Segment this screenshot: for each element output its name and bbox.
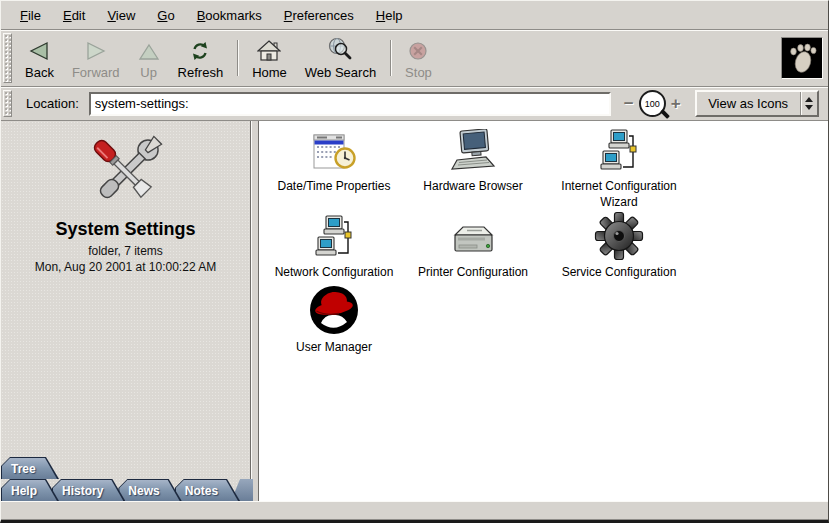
item-label: Printer Configuration [418,265,528,281]
location-bar-grip-handle[interactable] [3,90,12,117]
back-label: Back [25,65,54,80]
status-bar [1,501,828,520]
redhat-icon [308,284,360,336]
sidebar-folder-title: System Settings [1,219,250,240]
item-service-configuration[interactable]: Service Configuration [544,209,694,281]
sidebar-header: System Settings folder, 7 items Mon, Aug… [1,121,250,274]
content-area: System Settings folder, 7 items Mon, Aug… [1,121,828,501]
location-label: Location: [26,96,79,111]
stop-button: Stop [396,32,441,85]
up-label: Up [140,65,157,80]
tab-tree[interactable]: Tree [1,457,59,479]
item-printer-configuration[interactable]: Printer Configuration [398,209,548,281]
item-label: User Manager [296,340,372,356]
up-button: Up [129,32,169,85]
toolbar-grip-handle[interactable] [3,33,12,83]
menu-preferences[interactable]: Preferences [273,5,365,26]
view-mode-value: View as Icons [697,92,800,115]
dropdown-spinner-icon [800,92,817,115]
item-user-manager[interactable]: User Manager [259,284,409,356]
calendar-clock-icon [311,123,357,175]
forward-icon [85,36,107,61]
back-button[interactable]: Back [16,32,63,85]
item-date-time-properties[interactable]: Date/Time Properties [259,123,409,195]
tab-notes[interactable]: Notes [175,479,240,501]
forward-button: Forward [63,32,129,85]
file-manager-window: File Edit View Go Bookmarks Preferences … [0,0,829,523]
tab-history[interactable]: History [52,479,125,501]
toolbar: Back Forward Up Refresh [1,30,828,87]
location-bar: Location: − 100 + View as Icons [1,87,828,121]
tab-news[interactable]: News [118,479,181,501]
menu-go[interactable]: Go [146,5,185,26]
tab-notes-label: Notes [176,480,238,501]
home-label: Home [252,65,287,80]
zoom-out-button[interactable]: − [619,95,639,112]
refresh-label: Refresh [178,65,224,80]
tab-help-label: Help [2,480,57,501]
web-search-button[interactable]: Web Search [296,32,385,85]
gear-icon [594,209,644,261]
tools-icon [80,129,172,215]
toolbar-separator [237,40,238,76]
up-icon [138,36,160,61]
home-button[interactable]: Home [243,32,296,85]
item-label: Hardware Browser [423,179,522,195]
refresh-icon [190,36,210,61]
home-icon [257,36,281,61]
sidebar-tabs-row-bottom: Help History News Notes [1,479,250,501]
gnome-foot-icon [782,38,822,78]
sidebar-folder-modified: Mon, Aug 20 2001 at 10:00:22 AM [1,260,250,274]
network-computers-icon [314,209,354,261]
sidebar-tabs: Tree Help History News Notes [1,457,250,501]
menu-bar: File Edit View Go Bookmarks Preferences … [1,1,828,30]
item-label: Network Configuration [275,265,394,281]
icon-view: Date/Time Properties Hardwa [259,121,828,501]
tab-history-label: History [53,480,123,501]
stop-icon [408,36,428,61]
refresh-button[interactable]: Refresh [169,32,233,85]
toolbar-separator [390,40,391,76]
tab-news-label: News [119,480,179,501]
menu-help[interactable]: Help [365,5,414,26]
network-computers-icon [599,123,639,175]
sidebar: System Settings folder, 7 items Mon, Aug… [1,121,251,501]
item-label: Internet Configuration Wizard [544,179,694,210]
item-internet-configuration-wizard[interactable]: Internet Configuration Wizard [544,123,694,210]
down-arrow-icon [805,105,813,110]
zoom-level-value: 100 [645,99,660,109]
zoom-level-indicator[interactable]: 100 [639,90,666,117]
back-icon [28,36,50,61]
menu-edit[interactable]: Edit [52,5,96,26]
menu-bookmarks[interactable]: Bookmarks [186,5,273,26]
printer-icon [449,209,497,261]
menu-file[interactable]: File [9,5,52,26]
stop-label: Stop [405,65,432,80]
menu-view[interactable]: View [96,5,146,26]
view-mode-dropdown[interactable]: View as Icons [695,90,819,117]
zoom-in-button[interactable]: + [666,95,686,112]
sidebar-divider[interactable] [251,121,259,501]
item-network-configuration[interactable]: Network Configuration [259,209,409,281]
web-search-label: Web Search [305,65,376,80]
location-input[interactable] [89,92,611,116]
sidebar-tabs-row-top: Tree [1,457,250,479]
item-label: Date/Time Properties [278,179,391,195]
item-label: Service Configuration [562,265,677,281]
web-search-icon [327,36,353,61]
forward-label: Forward [72,65,120,80]
item-hardware-browser[interactable]: Hardware Browser [398,123,548,195]
sidebar-folder-details: folder, 7 items [1,244,250,258]
throbber [781,37,823,79]
tab-tree-label: Tree [2,458,57,479]
up-arrow-icon [805,97,813,102]
computer-icon [449,123,497,175]
tab-help[interactable]: Help [1,479,59,501]
